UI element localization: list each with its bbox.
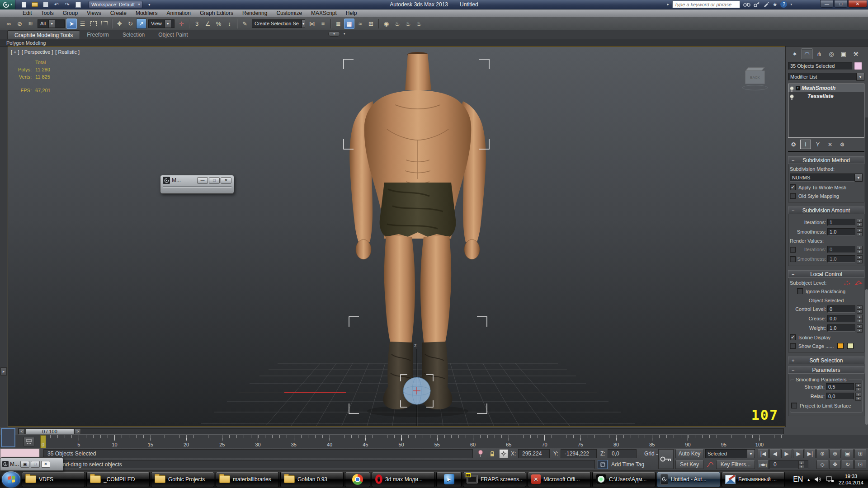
play-animation-button[interactable]: ▶ (781, 449, 792, 458)
rollout-header-subdivision-method[interactable]: − Subdivision Method (788, 156, 864, 164)
zoom-extents-all-button[interactable]: ⊞ (854, 449, 866, 458)
menu-tools[interactable]: Tools (37, 9, 58, 17)
select-and-scale-button[interactable]: ↗ (136, 19, 146, 29)
render-setup-button[interactable]: ♨ (392, 19, 402, 29)
language-indicator[interactable]: EN (793, 475, 803, 483)
infocenter-search-input[interactable] (672, 0, 740, 8)
graphite-ribbon-toggle[interactable]: ▦ (344, 19, 354, 29)
minimize-button[interactable]: — (197, 177, 208, 184)
auto-key-button[interactable]: Auto Key (675, 449, 703, 458)
show-cage-checkbox[interactable] (790, 343, 796, 349)
tab-create-icon[interactable]: ✶ (789, 48, 801, 59)
minimize-button[interactable]: □ (31, 461, 40, 468)
zoom-extents-button[interactable]: ▣ (842, 449, 854, 458)
ribbon-tab-selection[interactable]: Selection (116, 30, 151, 39)
iterations-field[interactable]: 1 (827, 219, 855, 226)
redo-button[interactable]: ↷ (63, 1, 71, 8)
taskbar-item-gothic-projects[interactable]: Gothic Projects (151, 472, 214, 487)
favorites-star-icon[interactable]: ★ (773, 1, 778, 8)
subdivision-method-dropdown[interactable]: NURMS ▼ (790, 174, 863, 182)
crease-spinner[interactable]: ▲▼ (857, 315, 863, 322)
object-name-field[interactable]: 35 Objects Selected (788, 62, 852, 70)
select-and-rotate-button[interactable]: ↻ (125, 19, 136, 29)
subscription-key-icon[interactable] (754, 2, 760, 7)
zoom-button[interactable]: ⊕ (816, 449, 828, 458)
render-smoothness-field[interactable]: 1,0 (827, 255, 855, 263)
selection-filter-dropdown[interactable]: All▼ (38, 19, 65, 28)
taskbar-item-vdfs[interactable]: VDFS (22, 472, 85, 487)
selection-lock-icon[interactable] (487, 449, 497, 458)
configure-modifier-sets-icon[interactable]: ⚙ (837, 140, 848, 149)
render-production-button[interactable]: ♨ (414, 19, 424, 29)
expand-left-panel-button[interactable]: ▸ (0, 367, 7, 375)
floating-rolled-window[interactable]: M... — □ ✕ (160, 175, 234, 194)
layer-manager-button[interactable]: ≣ (333, 19, 344, 29)
project-to-limit-surface-checkbox[interactable] (791, 403, 797, 408)
zoom-all-button[interactable]: ⊛ (829, 449, 841, 458)
curve-editor-button[interactable]: ≈ (355, 19, 365, 29)
rollout-header-parameters[interactable]: − Parameters (788, 366, 864, 374)
modifier-enable-bulb-icon[interactable] (790, 86, 794, 90)
iterations-spinner[interactable]: ▲▼ (857, 219, 863, 226)
field-of-view-button[interactable]: ◇ (816, 460, 828, 469)
select-and-move-button[interactable]: ✥ (114, 19, 125, 29)
communication-center-icon[interactable] (763, 2, 769, 7)
menu-graph-editors[interactable]: Graph Editors (195, 9, 238, 17)
percent-snap-toggle[interactable]: % (213, 19, 224, 29)
material-editor-button[interactable]: ◉ (381, 19, 392, 29)
application-menu-button[interactable]: ▾ (0, 0, 15, 9)
menu-edit[interactable]: Edit (18, 9, 37, 17)
modifier-stack-row-meshsmooth[interactable]: + MeshSmooth (788, 84, 864, 92)
minimize-button[interactable]: — (820, 0, 834, 8)
named-selection-sets-dropdown[interactable]: Create Selection Se▼ (252, 19, 305, 28)
pin-stack-icon[interactable]: ✪ (788, 140, 799, 149)
go-to-end-button[interactable]: ▶| (805, 449, 816, 458)
tab-utilities-icon[interactable]: ⚒ (850, 48, 862, 59)
smoothness-spinner[interactable]: ▲▼ (857, 228, 863, 235)
help-icon[interactable]: ? (780, 1, 787, 8)
y-coordinate-field[interactable]: -1294,222 (561, 449, 597, 458)
render-iterations-checkbox[interactable] (790, 247, 796, 253)
modifier-stack-row-tessellate[interactable]: Tessellate (788, 92, 864, 100)
modifier-enable-bulb-icon[interactable] (790, 94, 794, 99)
expand-icon[interactable]: + (796, 86, 800, 90)
go-to-start-button[interactable]: |◀ (758, 449, 769, 458)
viewport-general-menu[interactable]: [ + ] (11, 49, 19, 55)
key-filters-button[interactable]: Key Filters... (716, 460, 755, 469)
menu-maxscript[interactable]: MAXScript (307, 9, 341, 17)
new-file-button[interactable] (20, 1, 28, 8)
maximize-button[interactable]: □ (209, 177, 220, 184)
isolate-selection-icon[interactable] (476, 449, 486, 458)
default-in-out-tangent-icon[interactable] (705, 460, 715, 469)
weight-field[interactable]: 1,0 (827, 324, 855, 332)
modifier-list-dropdown[interactable]: Modifier List ▼ (788, 73, 864, 81)
weight-spinner[interactable]: ▲▼ (857, 324, 863, 332)
tab-display-icon[interactable]: ▣ (838, 48, 849, 59)
network-icon[interactable] (826, 476, 834, 483)
remove-modifier-icon[interactable]: ✕ (825, 140, 835, 149)
key-mode-toggle[interactable]: |◀▶| (758, 460, 769, 469)
control-level-spinner[interactable]: ▲▼ (857, 305, 863, 313)
maximize-viewport-toggle[interactable]: ⊡ (854, 460, 866, 469)
taskbar-item-chrome[interactable] (345, 472, 370, 487)
strength-spinner[interactable]: ▲▼ (855, 383, 861, 390)
project-folder-button[interactable] (74, 1, 82, 8)
select-by-name-button[interactable]: ☰ (77, 19, 88, 29)
menu-animation[interactable]: Animation (162, 9, 195, 17)
next-frame-arrow[interactable]: > (75, 429, 81, 434)
render-iterations-spinner[interactable]: ▲▼ (857, 246, 863, 253)
control-level-field[interactable]: 0 (827, 305, 855, 313)
close-button[interactable]: ✕ (221, 177, 231, 184)
menu-modifiers[interactable]: Modifiers (131, 9, 162, 17)
absolute-mode-transform-icon[interactable] (499, 449, 508, 458)
make-unique-icon[interactable]: Y (812, 140, 823, 149)
tray-expand-icon[interactable]: ▴ (807, 477, 810, 482)
snaps-toggle-button[interactable]: 3 (192, 19, 202, 29)
close-button[interactable]: ✕ (848, 0, 867, 8)
taskbar-item-opera-3dmax-mod[interactable]: 3d max Моди... (372, 472, 435, 487)
ribbon-tab-freeform[interactable]: Freeform (80, 30, 116, 39)
polygon-modeling-panel-label[interactable]: Polygon Modeling (6, 40, 46, 46)
taskbar-item-3dsmax-active[interactable]: Untitled - Aut... (657, 472, 720, 487)
tab-modify-icon[interactable]: ◠ (801, 48, 813, 59)
undo-button[interactable]: ↶ (52, 1, 61, 8)
